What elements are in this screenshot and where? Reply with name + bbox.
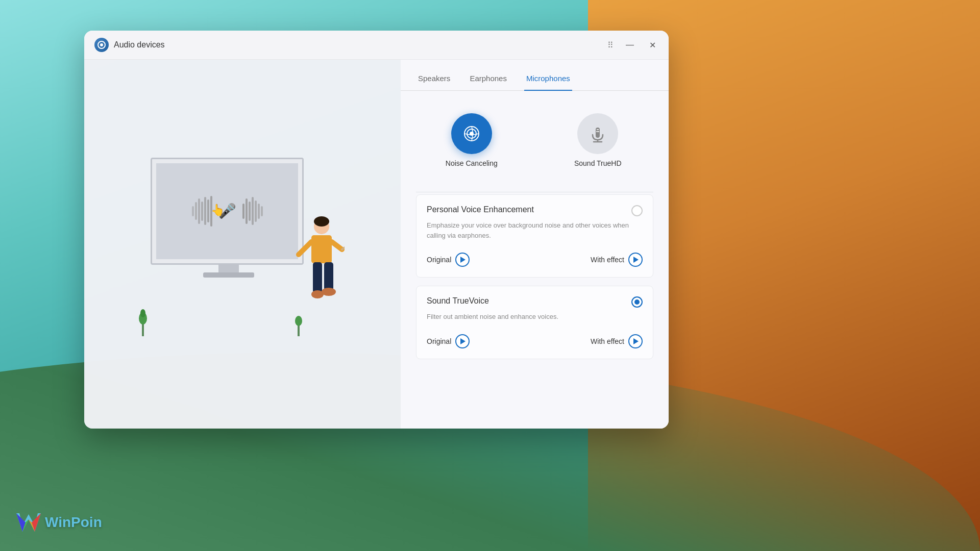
svg-marker-25	[16, 513, 26, 532]
svg-point-19	[470, 132, 474, 136]
play-original-triangle-truevoice	[460, 338, 465, 344]
play-original-label-truevoice: Original	[427, 337, 451, 345]
winpoin-logo: WinPoin	[15, 509, 102, 536]
monitor: 🎤	[151, 158, 304, 265]
app-window: Audio devices ⠿ — ✕ 🎤	[84, 31, 669, 429]
window-body: 🎤	[84, 60, 669, 429]
play-effect-label-truevoice: With effect	[591, 337, 624, 345]
svg-line-5	[299, 242, 311, 255]
monitor-base	[203, 272, 254, 278]
noise-canceling-icon-circle	[451, 113, 492, 154]
feature-row: Noise Canceling	[416, 101, 653, 180]
play-effect-triangle-truevoice	[633, 338, 639, 344]
section-header-voice: Personal Voice Enhancement	[427, 205, 643, 216]
play-row-voice: Original With effect	[427, 248, 643, 267]
play-original-label-voice: Original	[427, 256, 451, 264]
play-effect-triangle-icon	[633, 257, 639, 263]
title-bar-left: Audio devices	[94, 38, 607, 52]
noise-canceling-label: Noise Canceling	[446, 159, 498, 167]
plant-left	[138, 306, 148, 336]
tab-speakers[interactable]: Speakers	[416, 70, 452, 91]
play-effect-btn-voice[interactable]	[628, 253, 643, 267]
mic-icon: 🎤	[218, 203, 236, 219]
play-effect-btn-truevoice[interactable]	[628, 334, 643, 348]
play-original-voice[interactable]: Original	[427, 253, 470, 267]
divider-1	[416, 192, 653, 192]
app-title: Audio devices	[114, 40, 165, 49]
tab-earphones[interactable]: Earphones	[468, 70, 509, 91]
plant-right	[293, 311, 304, 336]
play-effect-voice[interactable]: With effect	[591, 253, 643, 267]
app-icon	[94, 38, 109, 52]
svg-point-16	[295, 316, 302, 326]
tab-navigation: Speakers Earphones Microphones	[401, 60, 669, 91]
svg-point-10	[322, 288, 336, 296]
play-triangle-icon	[460, 257, 465, 263]
svg-rect-7	[313, 262, 322, 293]
minimize-button[interactable]: —	[624, 39, 636, 51]
toggle-truevoice[interactable]	[631, 296, 643, 308]
title-bar: Audio devices ⠿ — ✕	[84, 31, 669, 60]
sound-truehd-icon-circle	[577, 113, 618, 154]
right-panel: Speakers Earphones Microphones	[401, 60, 669, 429]
close-button[interactable]: ✕	[646, 39, 658, 51]
svg-rect-4	[311, 235, 332, 263]
person-illustration	[293, 214, 345, 326]
section-desc-truevoice: Filter out ambient noise and enhance voi…	[427, 312, 643, 322]
logo-win-part: Win	[45, 514, 71, 530]
play-original-btn-voice[interactable]	[455, 253, 470, 267]
play-original-btn-truevoice[interactable]	[455, 334, 470, 348]
tab-microphones[interactable]: Microphones	[524, 70, 572, 91]
play-row-truevoice: Original With effect	[427, 330, 643, 348]
sound-truehd-label: Sound TrueHD	[574, 159, 622, 167]
section-personal-voice: Personal Voice Enhancement Emphasize you…	[416, 194, 653, 278]
svg-point-14	[140, 309, 145, 317]
right-content[interactable]: Noise Canceling	[401, 91, 669, 429]
monitor-screen: 🎤	[156, 163, 298, 259]
logo-poin-part: Poin	[71, 514, 102, 530]
play-effect-label-voice: With effect	[591, 256, 624, 264]
title-bar-controls: ⠿ — ✕	[607, 39, 658, 51]
logo-brand-text: WinPoin	[45, 514, 102, 531]
toggle-personal-voice[interactable]	[631, 205, 643, 216]
svg-point-1	[100, 43, 103, 46]
logo-w-icon	[15, 509, 42, 536]
svg-line-6	[332, 242, 342, 249]
section-truevoice: Sound TrueVoice Filter out ambient noise…	[416, 286, 653, 359]
section-title-truevoice: Sound TrueVoice	[427, 296, 489, 306]
play-original-truevoice[interactable]: Original	[427, 334, 470, 348]
monitor-stand	[218, 263, 239, 273]
svg-marker-26	[32, 513, 41, 532]
section-header-truevoice: Sound TrueVoice	[427, 296, 643, 308]
left-panel: 🎤	[84, 60, 401, 429]
play-effect-truevoice[interactable]: With effect	[591, 334, 643, 348]
svg-rect-20	[596, 128, 600, 138]
svg-point-3	[314, 216, 329, 227]
section-title-voice: Personal Voice Enhancement	[427, 205, 534, 214]
waveform-left	[192, 196, 212, 227]
section-desc-voice: Emphasize your voice over background noi…	[427, 220, 643, 240]
feature-card-sound-truehd[interactable]: Sound TrueHD	[543, 113, 654, 167]
waveform-right	[242, 196, 263, 227]
drag-icon: ⠿	[607, 40, 614, 50]
feature-card-noise-canceling[interactable]: Noise Canceling	[416, 113, 527, 167]
illustration: 🎤	[130, 147, 355, 341]
svg-rect-8	[324, 262, 333, 290]
